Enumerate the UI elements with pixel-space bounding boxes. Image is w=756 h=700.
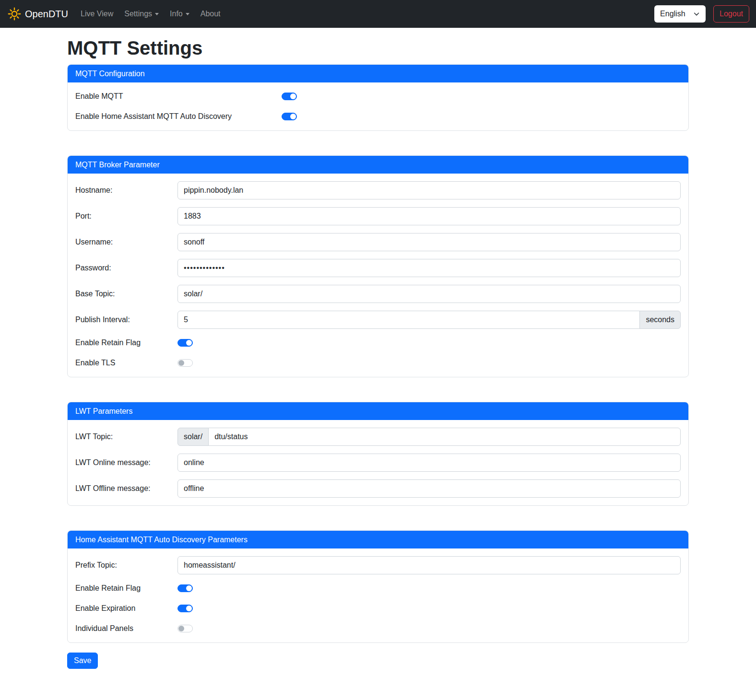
hostname-label: Hostname:	[75, 186, 177, 195]
mqtt-broker-header: MQTT Broker Parameter	[68, 156, 688, 174]
nav-item-live-view[interactable]: Live View	[77, 6, 117, 22]
username-label: Username:	[75, 238, 177, 246]
individual-panels-row: Individual Panels	[75, 622, 681, 635]
navbar: OpenDTU Live View Settings Info About En…	[0, 0, 756, 28]
tls-toggle[interactable]	[177, 359, 193, 367]
password-input[interactable]	[177, 259, 681, 277]
publish-interval-group: seconds	[177, 311, 681, 329]
ha-retain-row: Enable Retain Flag	[75, 582, 681, 595]
ha-expiration-toggle[interactable]	[177, 605, 193, 612]
language-select[interactable]: English	[654, 5, 706, 23]
ha-expiration-row: Enable Expiration	[75, 602, 681, 615]
publish-interval-input[interactable]	[177, 311, 640, 329]
lwt-parameters-card: LWT Parameters LWT Topic: solar/ LWT Onl…	[67, 402, 689, 506]
base-topic-label: Base Topic:	[75, 290, 177, 298]
chevron-down-icon	[693, 11, 700, 17]
navbar-right: English Logout	[654, 5, 749, 23]
ha-discovery-card: Home Assistant MQTT Auto Discovery Param…	[67, 530, 689, 643]
dropdown-caret-icon	[186, 13, 189, 15]
individual-panels-toggle[interactable]	[177, 625, 193, 632]
lwt-offline-label: LWT Offline message:	[75, 484, 177, 493]
lwt-topic-prefix: solar/	[177, 428, 209, 446]
enable-mqtt-row: Enable MQTT	[75, 90, 681, 103]
retain-flag-toggle[interactable]	[177, 339, 193, 347]
username-input[interactable]	[177, 233, 681, 251]
mqtt-configuration-header: MQTT Configuration	[68, 65, 688, 82]
ha-retain-toggle[interactable]	[177, 584, 193, 592]
lwt-topic-input[interactable]	[208, 428, 681, 446]
ha-discovery-body: Prefix Topic: Enable Retain Flag Enable …	[68, 548, 688, 642]
nav-links: Live View Settings Info About	[77, 6, 228, 22]
port-label: Port:	[75, 212, 177, 221]
nav-item-info-label: Info	[170, 10, 183, 18]
mqtt-broker-card: MQTT Broker Parameter Hostname: Port: Us…	[67, 155, 689, 377]
lwt-topic-row: LWT Topic: solar/	[75, 428, 681, 446]
base-topic-row: Base Topic:	[75, 285, 681, 303]
dropdown-caret-icon	[155, 13, 159, 15]
lwt-offline-row: LWT Offline message:	[75, 479, 681, 498]
lwt-online-input[interactable]	[177, 454, 681, 472]
save-button[interactable]: Save	[67, 653, 98, 669]
logout-button[interactable]: Logout	[713, 5, 749, 23]
enable-ha-discovery-toggle[interactable]	[282, 113, 297, 120]
lwt-online-row: LWT Online message:	[75, 454, 681, 472]
enable-mqtt-toggle[interactable]	[282, 93, 297, 100]
retain-flag-label: Enable Retain Flag	[75, 338, 177, 347]
individual-panels-label: Individual Panels	[75, 624, 177, 633]
ha-expiration-label: Enable Expiration	[75, 604, 177, 613]
lwt-offline-input[interactable]	[177, 479, 681, 498]
language-selected-value: English	[660, 10, 685, 18]
mqtt-broker-body: Hostname: Port: Username: Password: Base…	[68, 174, 688, 377]
lwt-topic-group: solar/	[177, 428, 681, 446]
lwt-online-label: LWT Online message:	[75, 458, 177, 467]
lwt-parameters-body: LWT Topic: solar/ LWT Online message: LW…	[68, 420, 688, 505]
lwt-topic-label: LWT Topic:	[75, 432, 177, 441]
password-row: Password:	[75, 259, 681, 277]
main-content: MQTT Settings MQTT Configuration Enable …	[67, 36, 689, 669]
enable-ha-discovery-row: Enable Home Assistant MQTT Auto Discover…	[75, 110, 681, 123]
hostname-input[interactable]	[177, 181, 681, 199]
ha-discovery-header: Home Assistant MQTT Auto Discovery Param…	[68, 531, 688, 548]
password-label: Password:	[75, 264, 177, 272]
enable-ha-discovery-label: Enable Home Assistant MQTT Auto Discover…	[75, 112, 282, 121]
tls-label: Enable TLS	[75, 359, 177, 367]
prefix-topic-input[interactable]	[177, 556, 681, 574]
mqtt-configuration-body: Enable MQTT Enable Home Assistant MQTT A…	[68, 82, 688, 130]
port-row: Port:	[75, 207, 681, 225]
mqtt-configuration-card: MQTT Configuration Enable MQTT Enable Ho…	[67, 64, 689, 131]
ha-retain-label: Enable Retain Flag	[75, 584, 177, 593]
base-topic-input[interactable]	[177, 285, 681, 303]
nav-item-settings[interactable]: Settings	[120, 6, 163, 22]
brand-label: OpenDTU	[25, 9, 68, 20]
username-row: Username:	[75, 233, 681, 251]
port-input[interactable]	[177, 207, 681, 225]
prefix-topic-label: Prefix Topic:	[75, 561, 177, 570]
retain-flag-row: Enable Retain Flag	[75, 337, 681, 349]
nav-item-info[interactable]: Info	[166, 6, 193, 22]
lwt-parameters-header: LWT Parameters	[68, 402, 688, 420]
publish-interval-row: Publish Interval: seconds	[75, 311, 681, 329]
page-title: MQTT Settings	[67, 36, 689, 59]
sun-icon	[8, 7, 21, 21]
brand-link[interactable]: OpenDTU	[8, 7, 68, 21]
hostname-row: Hostname:	[75, 181, 681, 199]
tls-row: Enable TLS	[75, 357, 681, 369]
publish-interval-unit: seconds	[639, 311, 681, 329]
prefix-topic-row: Prefix Topic:	[75, 556, 681, 574]
publish-interval-label: Publish Interval:	[75, 315, 177, 324]
enable-mqtt-label: Enable MQTT	[75, 92, 282, 101]
nav-item-about[interactable]: About	[197, 6, 224, 22]
nav-item-settings-label: Settings	[124, 10, 152, 18]
